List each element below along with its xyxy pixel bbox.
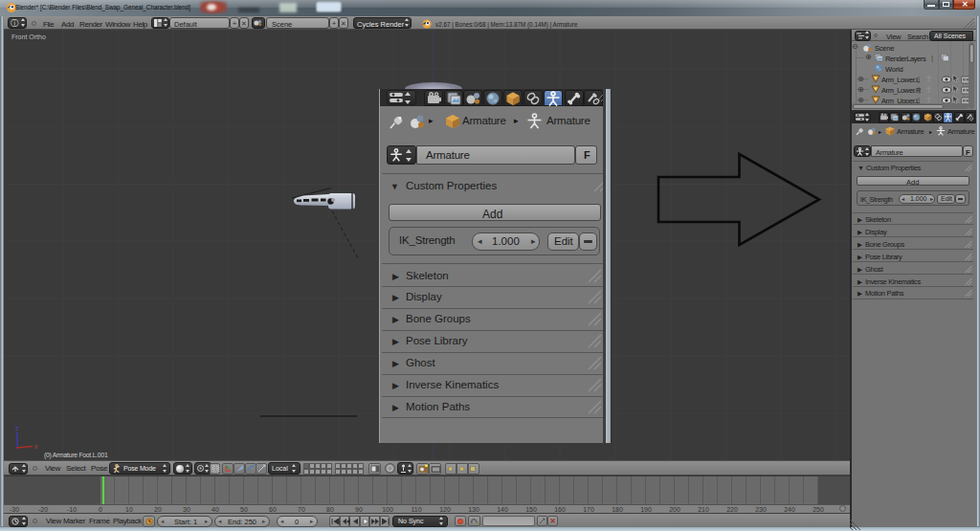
svg-text:x: x <box>34 443 38 450</box>
svg-text:z: z <box>15 425 19 431</box>
